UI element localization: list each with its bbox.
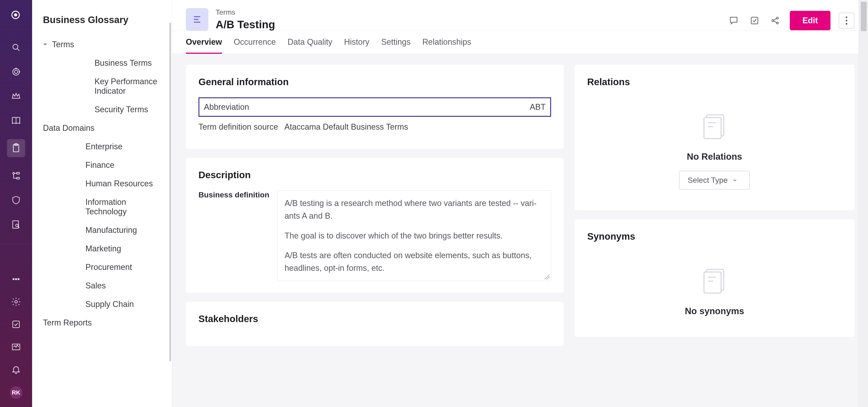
stakeholders-heading: Stakeholders — [198, 313, 551, 324]
task-check-icon[interactable] — [748, 14, 761, 27]
comment-icon[interactable] — [727, 14, 740, 27]
svg-line-3 — [18, 49, 20, 51]
more-icon[interactable] — [10, 273, 22, 285]
relations-heading: Relations — [587, 76, 842, 88]
svg-point-23 — [15, 301, 18, 303]
sidebar-title: Business Glossary — [32, 14, 172, 35]
abbreviation-label: Abbreviation — [204, 102, 290, 112]
business-definition-text[interactable]: A/B testing is a research method where t… — [277, 191, 551, 281]
share-icon[interactable] — [769, 14, 782, 27]
tab-data-quality[interactable]: Data Quality — [287, 37, 332, 54]
find-doc-icon[interactable] — [10, 218, 22, 230]
description-card: Description Business definition A/B test… — [186, 158, 564, 293]
search-icon[interactable] — [10, 41, 22, 53]
svg-point-21 — [16, 278, 17, 280]
tree-item-term-reports[interactable]: Term Reports — [32, 313, 172, 332]
gear-icon[interactable] — [10, 296, 22, 308]
tree-label: Data Domains — [43, 123, 94, 133]
svg-line-34 — [774, 21, 777, 23]
svg-point-35 — [846, 16, 847, 18]
page-title: A/B Testing — [216, 18, 720, 31]
edit-button[interactable]: Edit — [790, 11, 831, 30]
svg-point-31 — [776, 17, 778, 19]
svg-rect-12 — [17, 172, 20, 174]
source-value: Ataccama Default Business Terms — [284, 122, 551, 132]
svg-rect-13 — [17, 177, 20, 179]
synonyms-card: Synonyms No synonyms — [575, 219, 855, 337]
page-header: Terms A/B Testing Edit — [172, 0, 868, 31]
clipboard-icon[interactable] — [7, 139, 25, 157]
svg-point-5 — [14, 70, 18, 74]
hierarchy-icon[interactable] — [10, 170, 22, 181]
crown-icon[interactable] — [10, 90, 22, 102]
tree-item-kpi[interactable]: Key Performance Indicator — [32, 72, 172, 100]
svg-point-22 — [18, 278, 19, 280]
svg-point-20 — [13, 278, 14, 280]
app-logo-icon — [11, 10, 22, 21]
tree-label: Terms — [52, 40, 74, 49]
tab-overview[interactable]: Overview — [186, 37, 222, 54]
scrollbar-thumb[interactable] — [861, 2, 867, 31]
chevron-down-icon — [43, 42, 49, 47]
tree-item-terms[interactable]: Terms — [32, 35, 172, 54]
tab-relationships[interactable]: Relationships — [422, 37, 471, 54]
check-square-icon[interactable] — [10, 318, 22, 330]
general-info-card: General information Abbreviation ABT Ter… — [186, 65, 564, 149]
book-icon[interactable] — [10, 115, 22, 127]
more-actions-button[interactable] — [839, 13, 855, 29]
tree-item-supply-chain[interactable]: Supply Chain — [32, 295, 172, 313]
tabs: Overview Occurrence Data Quality History… — [172, 31, 868, 54]
tree-item-data-domains[interactable]: Data Domains — [32, 119, 172, 137]
business-definition-label: Business definition — [198, 191, 271, 281]
desc-para-3: A/B tests are often conducted on website… — [285, 249, 544, 274]
tree-item-it[interactable]: Information Technology — [32, 193, 172, 221]
source-label: Term definition source — [198, 122, 284, 132]
source-row: Term definition source Ataccama Default … — [198, 117, 551, 137]
abbreviation-row[interactable]: Abbreviation ABT — [198, 97, 551, 117]
sidebar: Business Glossary Terms Business Terms K… — [32, 0, 172, 407]
description-heading: Description — [198, 170, 551, 180]
svg-point-1 — [14, 14, 17, 16]
tree-item-manufacturing[interactable]: Manufacturing — [32, 221, 172, 239]
select-type-label: Select Type — [688, 176, 727, 184]
stakeholders-card: Stakeholders — [186, 302, 564, 346]
select-type-dropdown[interactable]: Select Type — [679, 171, 750, 190]
tree-item-finance[interactable]: Finance — [32, 156, 172, 174]
svg-point-4 — [13, 68, 19, 75]
svg-point-36 — [846, 20, 847, 21]
tree-item-hr[interactable]: Human Resources — [32, 174, 172, 193]
svg-rect-24 — [13, 321, 19, 328]
breadcrumb[interactable]: Terms — [216, 8, 720, 16]
shield-icon[interactable] — [10, 194, 22, 206]
sidebar-scrollbar[interactable] — [169, 23, 171, 361]
svg-rect-39 — [704, 117, 721, 138]
desc-para-1: A/B testing is a research method where t… — [285, 197, 544, 222]
activity-icon[interactable] — [10, 341, 22, 353]
main-content: Terms A/B Testing Edit Overview Occurren… — [172, 0, 868, 407]
svg-rect-29 — [751, 17, 758, 24]
abbreviation-value: ABT — [290, 102, 546, 112]
user-avatar[interactable]: RK — [10, 386, 22, 399]
chevron-down-icon — [732, 177, 738, 183]
svg-line-33 — [774, 19, 777, 20]
tree-item-enterprise[interactable]: Enterprise — [32, 137, 172, 156]
tree-item-sales[interactable]: Sales — [32, 276, 172, 295]
relations-empty-text: No Relations — [687, 151, 742, 162]
svg-point-2 — [13, 44, 18, 49]
tree-item-marketing[interactable]: Marketing — [32, 239, 172, 258]
tab-settings[interactable]: Settings — [381, 37, 410, 54]
svg-point-37 — [846, 23, 847, 25]
synonyms-empty-text: No synonyms — [685, 306, 744, 316]
svg-point-11 — [13, 172, 14, 174]
target-icon[interactable] — [10, 66, 22, 78]
tree-item-security-terms[interactable]: Security Terms — [32, 100, 172, 119]
synonyms-heading: Synonyms — [587, 231, 842, 242]
tab-occurrence[interactable]: Occurrence — [234, 37, 276, 54]
relations-card: Relations No Relations Select Type — [575, 65, 855, 210]
tree-item-procurement[interactable]: Procurement — [32, 258, 172, 276]
tree-item-business-terms[interactable]: Business Terms — [32, 54, 172, 72]
tab-history[interactable]: History — [344, 37, 369, 54]
bell-icon[interactable] — [10, 364, 22, 375]
main-scrollbar[interactable] — [859, 0, 868, 407]
desc-para-2: The goal is to discover which of the two… — [285, 230, 544, 242]
